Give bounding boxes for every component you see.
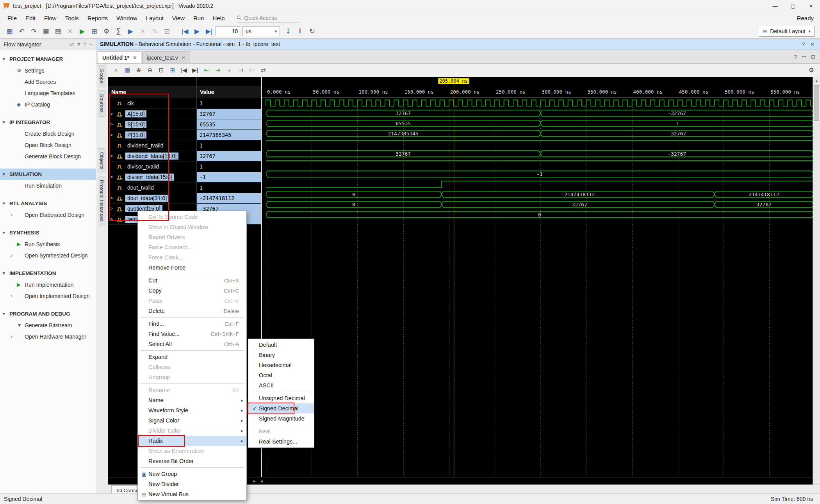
flow-item-language-templates[interactable]: Language Templates [0,87,96,99]
signal-value-a-15-0[interactable]: 32767 [197,109,261,119]
side-tab-objects[interactable]: Objects [98,148,105,173]
probe-icon[interactable]: ⊡ [161,26,173,36]
quick-access-search[interactable]: Quick Access [237,14,299,23]
menu-run[interactable]: Run [189,15,209,21]
menu-view[interactable]: View [168,15,189,21]
signal-value-p-31-0[interactable]: 2147385345 [197,130,261,140]
collapse-caret-icon[interactable]: ▾ [3,172,9,177]
signal-name-row-divisor-tdata-15-0[interactable]: >divisor_tdata[15:0] [108,172,196,183]
expand-arrow-icon[interactable]: > [108,217,117,222]
edit-icon[interactable]: ✎ [149,26,160,36]
tab-close-icon[interactable]: ✕ [133,55,137,60]
context-menu-item-radix[interactable]: Radix▸ [138,436,246,446]
maximize-icon[interactable]: ⊡ [811,54,815,60]
expand-arrow-icon[interactable]: > [108,122,117,127]
tab-ipcore-test-v[interactable]: ipcore_test.v✕ [142,51,190,63]
context-menu-item-find-value[interactable]: Find Value...Ctrl+Shift+F [138,329,246,339]
wave-row-b-15-0[interactable]: 655351 [262,118,813,128]
expand-arrow-icon[interactable]: > [108,195,117,201]
waveform-canvas[interactable]: 205.004 ns 0.000 ns50.000 ns100.000 ns15… [261,77,813,477]
go-to-end-icon[interactable]: ▶| [190,66,200,75]
flow-section-header-implementation[interactable]: ▾IMPLEMENTATION [0,268,96,279]
flow-section-header-project-manager[interactable]: ▾PROJECT MANAGER [0,53,96,65]
signal-name-row-dividend-tvalid[interactable]: dividend_tvalid [108,140,196,151]
cursor-time-label[interactable]: 205.004 ns [438,78,469,84]
signal-name-row-clk[interactable]: clk [108,98,196,109]
dashboard-icon[interactable]: ⊞ [89,26,100,36]
pause-icon[interactable]: ‖ [294,26,306,36]
context-menu-item-new-group[interactable]: ▣New Group [138,469,246,479]
context-menu-item-new-virtual-bus[interactable]: ▤New Virtual Bus [138,489,246,499]
waveform-settings-gear-icon[interactable]: ⚙ [806,66,816,75]
radix-option-hexadecimal[interactable]: Hexadecimal [248,360,314,370]
flow-item-open-synthesized-design[interactable]: ›Open Synthesized Design [0,250,96,261]
collapse-caret-icon[interactable]: ▾ [3,230,9,235]
flow-item-run-synthesis[interactable]: ▶Run Synthesis [0,238,96,250]
collapse-caret-icon[interactable]: ▾ [3,57,9,62]
wave-row-p-31-0[interactable]: 2147385345-32767 [262,128,813,138]
signal-name-row-a-15-0[interactable]: >A[15:0] [108,109,196,119]
maximize-button[interactable]: ▢ [784,0,802,12]
prev-transition-icon[interactable]: ⇤ [201,66,212,75]
signal-value-b-15-0[interactable]: 65535 [197,119,261,130]
flow-item-open-block-design[interactable]: Open Block Design [0,139,96,151]
wave-row-a-15-0[interactable]: 32767-32767 [262,108,813,118]
go-to-start-icon[interactable]: |◀ [179,66,189,75]
radix-option-octal[interactable]: Octal [248,370,314,380]
float-icon[interactable]: ▭ [802,54,806,60]
signal-value-dividend-tdata-15-0[interactable]: 32767 [197,151,261,161]
flow-section-header-simulation[interactable]: ▾SIMULATION [0,169,96,180]
find-icon[interactable]: ⌕ [111,66,121,75]
run-flow-icon[interactable]: ▶ [77,26,88,36]
flow-item-generate-bitstream[interactable]: ▼Generate Bitstream [0,319,96,331]
signal-name-row-dout-tvalid[interactable]: dout_tvalid [108,183,196,193]
signal-name-row-p-31-0[interactable]: >P[31:0] [108,130,196,140]
wave-row-rema[interactable]: 0 [262,209,813,220]
flow-section-header-program-and-debug[interactable]: ▾PROGRAM AND DEBUG [0,308,96,319]
menu-reports[interactable]: Reports [83,15,112,21]
flow-item-open-elaborated-design[interactable]: ›Open Elaborated Design [0,209,96,220]
flow-item-open-implemented-design[interactable]: ›Open Implemented Design [0,290,96,302]
cursor-line[interactable] [454,85,454,477]
context-menu-item-reverse-bit-order[interactable]: Reverse Bit Order [138,456,246,466]
flow-item-create-block-design[interactable]: Create Block Design [0,128,96,139]
help-icon[interactable]: ? [84,41,86,47]
sim-time-input[interactable] [216,26,240,36]
scroll-up-icon[interactable]: ▲ [813,77,820,84]
clear-breakpoints-icon[interactable]: ✕ [137,26,148,36]
next-edge-icon[interactable]: ⊢ [247,66,257,75]
expand-arrow-icon[interactable]: › [11,212,17,218]
context-menu-item-signal-color[interactable]: Signal Color▸ [138,415,246,426]
context-menu-item-remove-force[interactable]: Remove Force [138,263,246,273]
radix-option-binary[interactable]: Binary [248,350,314,360]
radix-option-signed-decimal[interactable]: ✓Signed Decimal [248,403,314,413]
signal-name-row-dout-tdata-31-0[interactable]: >dout_tdata[31:0] [108,193,196,204]
context-menu-item-copy[interactable]: CopyCtrl+C [138,286,246,296]
menu-file[interactable]: File [3,15,21,21]
context-menu-item-expand[interactable]: Expand [138,352,246,362]
signal-name-row-dividend-tdata-15-0[interactable]: >dividend_tdata[15:0] [108,151,196,161]
swap-cursor-icon[interactable]: ⇄ [258,66,268,75]
time-unit-dropdown[interactable]: us ▾ [242,26,280,36]
run-all-icon[interactable]: ▶ [191,26,203,36]
signal-value-dout-tdata-31-0[interactable]: -2147418112 [197,193,261,204]
wave-row-divisor-tdata-15-0[interactable]: -1 [262,169,813,179]
wave-row-dividend-tdata-15-0[interactable]: 32767-32767 [262,149,813,159]
expand-arrow-icon[interactable]: › [11,253,17,258]
toggle-icon[interactable]: ⇄ [70,41,74,47]
collapse-caret-icon[interactable]: ▾ [3,271,9,276]
minimize-button[interactable]: — [766,0,784,12]
run-for-time-icon[interactable]: ↧ [282,26,294,36]
context-menu-item-new-divider[interactable]: New Divider [138,479,246,489]
flow-section-header-ip-integrator[interactable]: ▾IP INTEGRATOR [0,117,96,128]
layout-selector[interactable]: ⊞ Default Layout ▾ [759,26,815,37]
scroll-left-icon[interactable]: ◂ [260,478,263,484]
collapse-caret-icon[interactable]: ▾ [3,201,9,206]
copy-icon[interactable]: ▣ [40,26,52,36]
help-icon[interactable]: ? [802,41,805,47]
context-menu-item-find[interactable]: Find...Ctrl+F [138,319,246,329]
help-icon[interactable]: ? [794,54,797,60]
relaunch-icon[interactable]: ↻ [307,26,318,36]
flow-item-add-sources[interactable]: Add Sources [0,76,96,87]
context-menu-item-delete[interactable]: DeleteDelete [138,306,246,316]
